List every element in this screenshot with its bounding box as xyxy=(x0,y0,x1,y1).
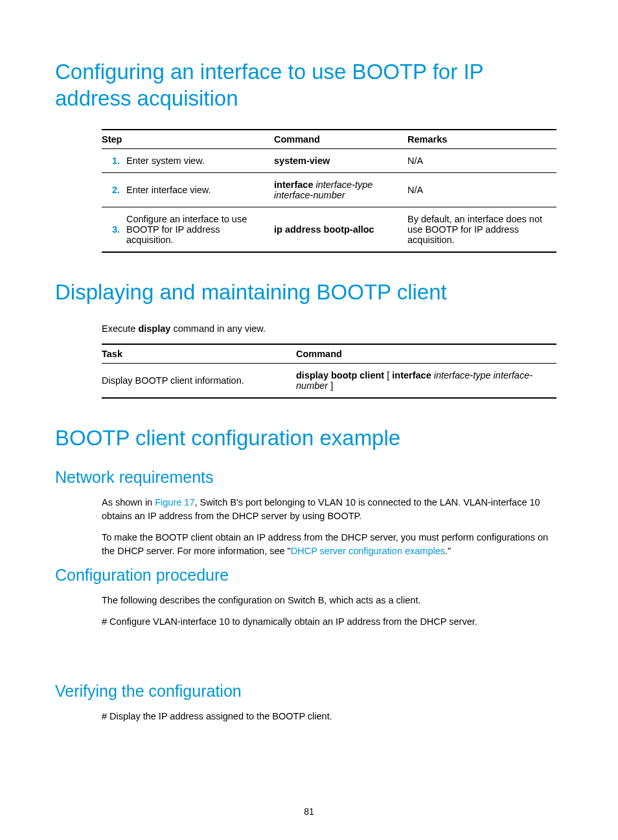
th-command: Command xyxy=(274,130,407,149)
para-config-1: The following describes the configuratio… xyxy=(102,594,563,607)
step-cmd: system-view xyxy=(274,148,407,172)
page-number: 81 xyxy=(0,806,618,817)
subheading-verify: Verifying the configuration xyxy=(55,682,563,701)
para-verify: # Display the IP address assigned to the… xyxy=(102,710,563,723)
para-network-req-2: To make the BOOTP client obtain an IP ad… xyxy=(102,531,563,558)
task-cmd: display bootp client [ interface interfa… xyxy=(296,363,556,398)
table-row: 1. Enter system view. system-view N/A xyxy=(102,148,556,172)
subheading-config-procedure: Configuration procedure xyxy=(55,566,563,585)
table-row: Display BOOTP client information. displa… xyxy=(102,363,556,398)
step-cmd: interface interface-type interface-numbe… xyxy=(274,172,407,207)
step-remarks: By default, an interface does not use BO… xyxy=(407,207,556,252)
step-number: 3. xyxy=(102,207,126,252)
step-number: 1. xyxy=(102,148,126,172)
heading-config-bootp: Configuring an interface to use BOOTP fo… xyxy=(55,58,563,112)
step-number: 2. xyxy=(102,172,126,207)
table-row: 2. Enter interface view. interface inter… xyxy=(102,172,556,207)
step-desc: Enter system view. xyxy=(126,148,274,172)
para-network-req-1: As shown in Figure 17, Switch B's port b… xyxy=(102,496,563,523)
heading-example: BOOTP client configuration example xyxy=(55,425,563,451)
heading-display-bootp: Displaying and maintaining BOOTP client xyxy=(55,279,563,305)
step-remarks: N/A xyxy=(407,172,556,207)
para-execute-display: Execute display command in any view. xyxy=(102,322,563,336)
step-remarks: N/A xyxy=(407,148,556,172)
th-task: Task xyxy=(102,344,296,364)
table-display-cmds: Task Command Display BOOTP client inform… xyxy=(102,344,556,399)
table-config-steps: Step Command Remarks 1. Enter system vie… xyxy=(102,129,556,253)
task-desc: Display BOOTP client information. xyxy=(102,363,296,398)
th-step: Step xyxy=(102,130,274,149)
th-command: Command xyxy=(296,344,556,364)
para-config-2: # Configure VLAN-interface 10 to dynamic… xyxy=(102,615,563,629)
subheading-network-req: Network requirements xyxy=(55,468,563,487)
link-figure-17[interactable]: Figure 17 xyxy=(155,497,194,508)
table-row: 3. Configure an interface to use BOOTP f… xyxy=(102,207,556,252)
link-dhcp-examples[interactable]: DHCP server configuration examples xyxy=(291,546,445,556)
step-desc: Enter interface view. xyxy=(126,172,274,207)
step-cmd: ip address bootp-alloc xyxy=(274,207,407,252)
step-desc: Configure an interface to use BOOTP for … xyxy=(126,207,274,252)
th-remarks: Remarks xyxy=(407,130,556,149)
